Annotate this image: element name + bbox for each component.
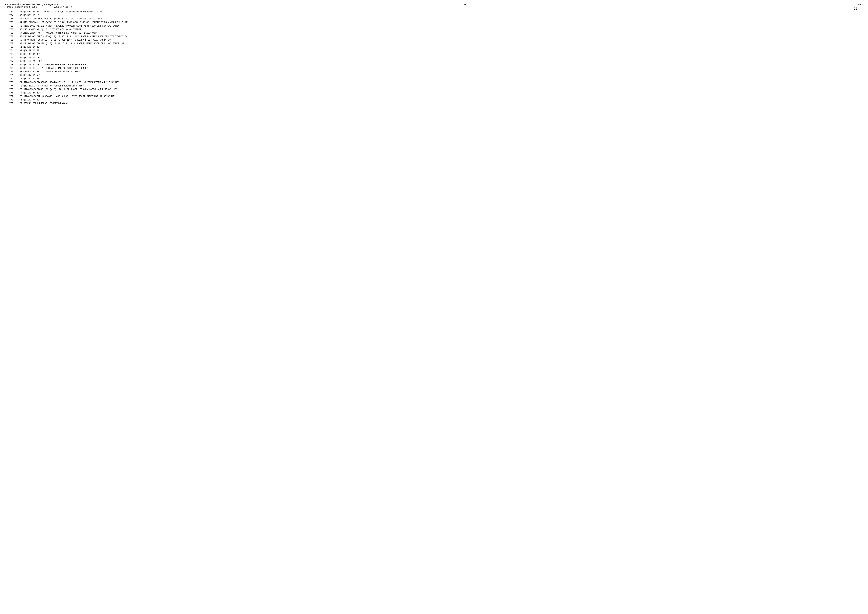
row-num1: 769 (5, 67, 14, 70)
row-text: Ц8-147-4' 20* (23, 91, 863, 95)
row-num1: 771 (5, 73, 14, 77)
row-num2: 59 (14, 38, 23, 42)
table-row: 75856С151-1095(А1,2)' 5' ' ТО ЖЕ,СЕ4 3Х1… (5, 28, 863, 31)
row-num1: 761 (5, 38, 14, 42)
header-left: ПРОГРАММНЫЙ КОМПЛЕКС АВС-3ЕС ( РЕАКЦИЯ 6… (5, 3, 73, 8)
table-row: 76260СТ15-09-81ГФ6-001(=13)' 0,01' 315.1… (5, 42, 863, 45)
row-text: Ц8-573-3' 4' ' ТО ЖЕ,ПУЛЬТА ДИСТАНЦИОННО… (23, 10, 863, 14)
row-text: Ц8-153-5' 18' ' ЗАДЕЛКИ КОНЦЕВЫЕ ДЛЯ КАБ… (23, 63, 863, 67)
table-row: 77775СТ24-05-80ГФП1-695(=13)' 40' 0,082.… (5, 95, 863, 98)
page-header: ПРОГРАММНЫЙ КОМПЛЕКС АВС-3ЕС ( РЕАКЦИЯ 6… (5, 3, 863, 8)
row-num2: 51 (14, 10, 23, 14)
table-row: 76462Ц8-149-1' 50* (5, 49, 863, 52)
table-row: 77371ЛТ24-03-80ГФАОП2#П1-1044(=13)' 7' 1… (5, 81, 863, 84)
row-num1: 765 (5, 53, 14, 56)
page-number: 75 (854, 7, 857, 11)
table-row: 75755С151-1092(А1,1,2)' 25' ' КАБЕЛЬ СИЛ… (5, 24, 863, 28)
row-text: Ц11-582-3' 7' ' МОНТАЖ КОРОБКИ КЛЕММНОЙ … (23, 84, 863, 88)
row-num1: 753 (5, 10, 14, 14)
table-row: 76967Ц8-153-15' 2' ' ТО ЖЕ,ДЛЯ КАБЕЛЯ КУ… (5, 67, 863, 70)
table-row: 76563Ц8-148-9' 80* (5, 53, 863, 56)
row-text: Ц8-147-7' 40* (23, 98, 863, 102)
row-text: Ц8-531-10' 8* (23, 14, 863, 17)
row-text: Ц8-472-6' 40* (23, 77, 863, 81)
row-num2: 72 (14, 84, 23, 88)
row-text: Ц8-149-1' 50* (23, 49, 863, 52)
table-row: 76664Ц8-153-14' 8* (5, 56, 863, 59)
row-num2: 76 (14, 98, 23, 102)
project-line: Типовой проект 503-6-9.86 Альбом VIII (4… (5, 6, 73, 8)
row-num2: 74 (14, 91, 23, 95)
row-text: Ц8-153-21' 22* (23, 59, 863, 63)
row-num2: 75 (14, 95, 23, 98)
row-text: ЦТ8-5757(А1,1,05)(=7)' 2' 2,96#1,11#0,03… (23, 21, 863, 24)
table-row: 77876Ц8-147-7' 40* (5, 98, 863, 102)
header-right: 27763 (856, 3, 863, 6)
row-num1: 768 (5, 63, 14, 67)
table-row: 77270Ц8-472-6' 40* (5, 77, 863, 81)
row-num2: 60 (14, 42, 23, 45)
row-num1: 772 (5, 77, 14, 81)
table-row: 75957Л151-2284' 40' ' КАБЕЛЬ КОНТРОЛЬНЫЙ… (5, 31, 863, 35)
row-num1: 774 (5, 84, 14, 88)
row-text: Ц8-146-1' 40* (23, 45, 863, 49)
row-num2: 62 (14, 49, 23, 52)
table-row: 76866Ц8-153-5' 18' ' ЗАДЕЛКИ КОНЦЕВЫЕ ДЛ… (5, 63, 863, 67)
row-num1: 775 (5, 88, 14, 91)
row-text: КБОРА' СОРОКИНСКАЯ' ЗОЛОТУХИНА##АМ* (23, 102, 863, 105)
table-row: 76765Ц8-153-21' 22* (5, 59, 863, 63)
table-row: 77674Ц8-147-4' 20* (5, 91, 863, 95)
row-num1: 759 (5, 31, 14, 35)
row-num1: 776 (5, 91, 14, 95)
table-row: 75452Ц8-531-10' 8* (5, 14, 863, 17)
table-row: 76159СТТО ЖЕ#Т4-006(=13)' 0,01' 240.1,11… (5, 38, 863, 42)
row-num1: 763 (5, 45, 14, 49)
row-num2: 65 (14, 59, 23, 63)
row-num1: 778 (5, 98, 14, 102)
row-num2: 64 (14, 56, 23, 59)
row-text: Ц8-148-9' 80* (23, 53, 863, 56)
row-num1: 770 (5, 70, 14, 73)
row-text: СТ15-04-80ГФПО2-098(=13)' 2' 2,75.1,08' … (23, 17, 863, 21)
row-num1: 773 (5, 81, 14, 84)
row-num2: 58 (14, 35, 23, 38)
row-num1: 762 (5, 42, 14, 45)
row-num2: 57 (14, 31, 23, 35)
table-row: 76058СТ15-09-81ГФИТ.4-006(=13)' 0,08' 21… (5, 35, 863, 38)
row-num1: 754 (5, 14, 14, 17)
row-num2: 73 (14, 88, 23, 91)
row-num2: 55 (14, 24, 23, 28)
row-num1: 777 (5, 95, 14, 98)
row-num2: 66 (14, 63, 23, 67)
row-text: Ц8-153-14' 8* (23, 56, 863, 59)
row-num2: 77 (14, 102, 23, 105)
row-num2: 53 (14, 17, 23, 21)
table-row: 77169Ц8-417-6' 50* (5, 73, 863, 77)
row-text: С151-1092(А1,1,2)' 25' ' КАБЕЛЬ СИЛОВОЙ … (23, 24, 863, 28)
row-num2: 63 (14, 53, 23, 56)
row-text: СТ24-05-80ГФ##П1-861(=13)' 20' 0,22.1,07… (23, 88, 863, 91)
row-num2: 71 (14, 81, 23, 84)
row-text: СТ24-05-80ГФП1-695(=13)' 40' 0,082.1,072… (23, 95, 863, 98)
row-num1: 764 (5, 49, 14, 52)
row-text: Л151-2284' 40' ' КАБЕЛЬ КОНТРОЛЬНЫЙ АКВВ… (23, 31, 863, 35)
row-num1: 758 (5, 28, 14, 31)
table-row: 75553СТ15-04-80ГФПО2-098(=13)' 2' 2,75.1… (5, 17, 863, 21)
row-text: СТТО ЖЕ#Т4-006(=13)' 0,01' 240.1,115' ТО… (23, 38, 863, 42)
row-num2: 68 (14, 70, 23, 73)
row-num1: 756 (5, 21, 14, 24)
row-num1: 766 (5, 56, 14, 59)
row-num1: 760 (5, 35, 14, 38)
row-num2: 67 (14, 67, 23, 70)
table-row: 77977КБОРА' СОРОКИНСКАЯ' ЗОЛОТУХИНА##АМ* (5, 102, 863, 105)
table-row: 76361Ц8-146-1' 40* (5, 45, 863, 49)
table-row: 77472Ц11-582-3' 7' ' МОНТАЖ КОРОБКИ КЛЕМ… (5, 84, 863, 88)
row-text: С159-483' 50' ' ТРУБА ВИНИПЛАСТОВАЯ А-32… (23, 70, 863, 73)
row-text: С151-1095(А1,2)' 5' ' ТО ЖЕ,СЕ4 3Х16+1Х1… (23, 28, 863, 31)
table-row: 77573СТ24-05-80ГФ##П1-861(=13)' 20' 0,22… (5, 88, 863, 91)
row-num1: 767 (5, 59, 14, 63)
row-text: СТ15-09-81ГФ6-001(=13)' 0,01' 315.1,119'… (23, 42, 863, 45)
row-text: СТ15-09-81ГФИТ.4-006(=13)' 0,08' 215.1,1… (23, 35, 863, 38)
row-text: Ц8-153-15' 2' ' ТО ЖЕ,ДЛЯ КАБЕЛЯ КУПР-19… (23, 67, 863, 70)
project-label: Типовой проект 503-6-9.86 (5, 6, 37, 8)
